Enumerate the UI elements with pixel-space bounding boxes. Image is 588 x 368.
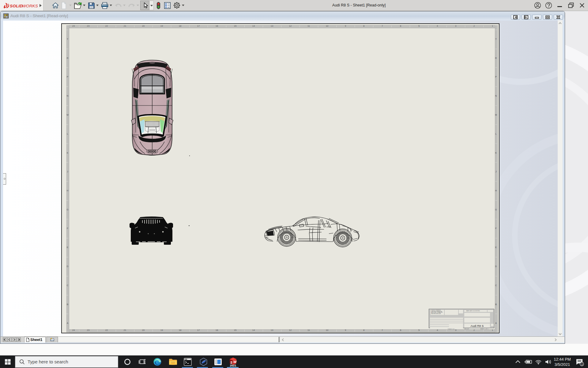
svg-text:SOLID: SOLID [10,4,23,8]
svg-text:WORKS: WORKS [22,4,38,8]
